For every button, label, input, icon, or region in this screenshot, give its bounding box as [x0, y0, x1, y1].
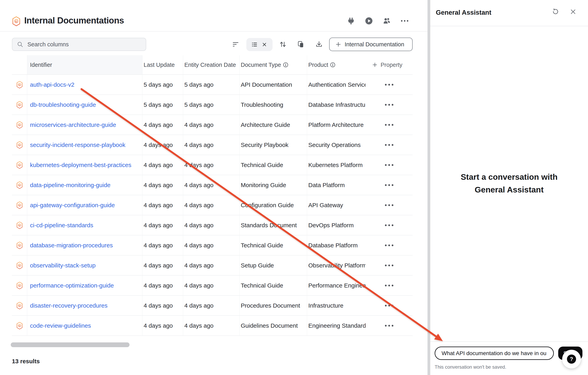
entity-creation-date-cell: 4 days ago [183, 255, 239, 275]
table-row: api-gateway-configuration-guide 4 days a… [12, 195, 413, 215]
row-entity-icon [12, 215, 27, 235]
entity-creation-date-cell: 4 days ago [183, 155, 239, 175]
header-icon-cell [12, 55, 27, 74]
info-icon [283, 62, 288, 67]
hexagon-k-icon [16, 322, 23, 330]
page-title: Internal Documentations [24, 15, 124, 25]
identifier-link[interactable]: code-review-guidelines [30, 322, 91, 329]
entity-creation-date-cell: 4 days ago [183, 316, 239, 335]
copy-icon[interactable] [294, 38, 307, 51]
identifier-link[interactable]: ci-cd-pipeline-standards [30, 222, 93, 229]
document-type-cell: Monitoring Guide [239, 175, 307, 195]
row-more-icon[interactable] [382, 302, 396, 309]
row-actions-slot [366, 115, 413, 135]
document-type-cell: Technical Guide [239, 155, 307, 175]
entity-creation-date-cell: 5 days ago [183, 95, 239, 114]
column-header-entity-creation-date[interactable]: Entity Creation Date [183, 55, 239, 74]
add-internal-documentation-button[interactable]: Internal Documentation [329, 38, 413, 51]
row-more-icon[interactable] [382, 81, 396, 88]
row-more-icon[interactable] [382, 201, 396, 209]
header-actions [347, 17, 409, 25]
column-header-last-update[interactable]: Last Update [142, 55, 183, 74]
assistant-message-input[interactable] [435, 347, 554, 360]
identifier-link[interactable]: data-pipeline-monitoring-guide [30, 182, 110, 188]
plug-icon[interactable] [347, 17, 355, 25]
download-icon[interactable] [313, 38, 326, 51]
identifier-link[interactable]: kubernetes-deployment-best-practices [30, 162, 131, 168]
identifier-link[interactable]: database-migration-procedures [30, 242, 113, 249]
horizontal-scrollbar[interactable] [11, 342, 129, 347]
reset-conversation-icon[interactable] [552, 8, 559, 15]
row-actions-slot [366, 296, 413, 316]
identifier-link[interactable]: db-troubleshooting-guide [30, 101, 96, 108]
assistant-panel: General Assistant Start a conversation w… [430, 0, 588, 375]
row-entity-icon [12, 276, 27, 295]
identifier-link[interactable]: microservices-architecture-guide [30, 121, 116, 128]
row-more-icon[interactable] [382, 141, 396, 149]
header-divider [0, 31, 428, 32]
last-update-cell: 4 days ago [142, 296, 183, 315]
documents-table: Identifier Last Update Entity Creation D… [12, 55, 413, 336]
row-more-icon[interactable] [382, 242, 396, 249]
hexagon-k-icon [16, 302, 23, 309]
more-icon[interactable] [401, 17, 409, 25]
document-type-cell: Procedures Document [239, 296, 307, 315]
identifier-link[interactable]: performance-optimization-guide [30, 282, 114, 289]
search-icon [17, 41, 23, 47]
table-row: db-troubleshooting-guide 5 days ago 5 da… [12, 95, 413, 115]
row-actions-slot [366, 195, 413, 215]
row-more-icon[interactable] [382, 322, 396, 330]
view-mode-chip [246, 38, 273, 51]
assistant-empty-state: Start a conversation with General Assist… [430, 171, 588, 196]
table-row: microservices-architecture-guide 4 days … [12, 115, 413, 135]
row-more-icon[interactable] [382, 181, 396, 189]
row-more-icon[interactable] [382, 221, 396, 229]
row-entity-icon [12, 155, 27, 175]
clear-view-icon[interactable] [261, 41, 268, 48]
add-button-label: Internal Documentation [345, 41, 404, 48]
sort-icon[interactable] [276, 38, 289, 51]
table-row: performance-optimization-guide 4 days ag… [12, 276, 413, 296]
play-icon[interactable] [365, 17, 373, 25]
row-more-icon[interactable] [382, 262, 396, 269]
row-more-icon[interactable] [382, 282, 396, 289]
identifier-link[interactable]: observability-stack-setup [30, 262, 95, 269]
identifier-link[interactable]: disaster-recovery-procedures [30, 302, 107, 309]
document-type-cell: Technical Guide [239, 235, 307, 255]
column-header-document-type[interactable]: Document Type [239, 55, 307, 74]
identifier-link[interactable]: api-gateway-configuration-guide [30, 202, 115, 209]
identifier-link[interactable]: security-incident-response-playbook [30, 142, 125, 148]
last-update-cell: 4 days ago [142, 115, 183, 135]
entity-creation-date-cell: 4 days ago [183, 135, 239, 155]
row-more-icon[interactable] [382, 121, 396, 129]
hexagon-k-icon [16, 282, 23, 289]
panel-divider[interactable] [428, 0, 430, 375]
identifier-link[interactable]: auth-api-docs-v2 [30, 81, 74, 88]
last-update-cell: 4 days ago [142, 175, 183, 195]
last-update-cell: 4 days ago [142, 235, 183, 255]
hexagon-k-icon [16, 121, 23, 129]
list-view-icon[interactable] [251, 41, 258, 48]
row-entity-icon [12, 175, 27, 195]
row-entity-icon [12, 115, 27, 135]
column-header-identifier[interactable]: Identifier [27, 55, 142, 74]
entity-creation-date-cell: 4 days ago [183, 276, 239, 295]
help-button[interactable]: ? [562, 350, 581, 368]
entity-creation-date-cell: 4 days ago [183, 296, 239, 315]
close-panel-icon[interactable] [570, 8, 577, 15]
filter-icon[interactable] [229, 38, 242, 51]
add-property-button[interactable]: Property [366, 55, 413, 75]
assistant-header-actions [552, 8, 577, 15]
assistant-disclaimer: This conversation won't be saved. [435, 364, 506, 370]
hexagon-k-icon [16, 201, 23, 209]
search-input[interactable] [27, 41, 139, 48]
document-type-cell: Standards Document [239, 215, 307, 235]
row-more-icon[interactable] [382, 101, 396, 109]
row-actions-slot [366, 316, 413, 336]
hexagon-k-icon [16, 141, 23, 149]
row-more-icon[interactable] [382, 161, 396, 169]
people-icon[interactable] [383, 17, 390, 25]
table-row: observability-stack-setup 4 days ago 4 d… [12, 255, 413, 276]
document-type-cell: Configuration Guide [239, 195, 307, 215]
row-entity-icon [12, 195, 27, 215]
